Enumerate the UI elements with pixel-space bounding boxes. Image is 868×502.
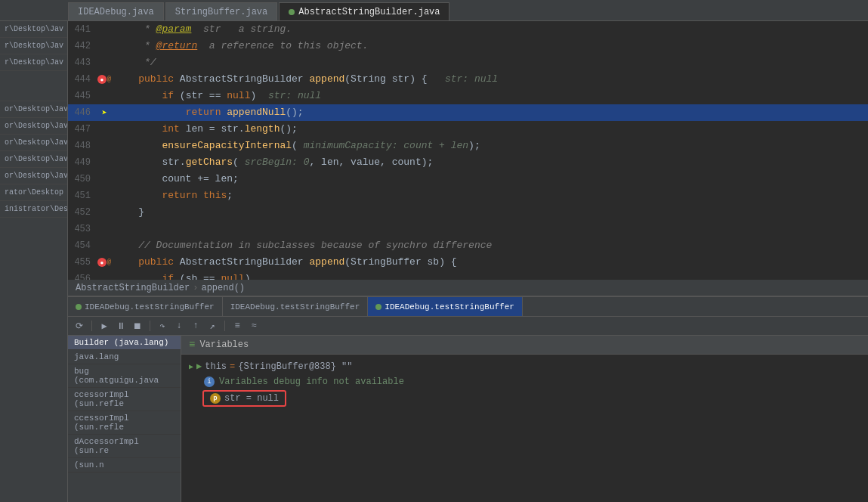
code-line-453: 453: [68, 221, 868, 237]
sidebar-item[interactable]: or\Desktop\Jav: [0, 168, 67, 184]
btn-resume[interactable]: ▶: [97, 319, 111, 333]
btn-evaluate[interactable]: ≡: [230, 319, 244, 333]
line-gutter-444: ● @: [97, 75, 112, 84]
tab-label: StringBuffer.java: [175, 7, 267, 17]
p-icon: p: [210, 393, 221, 404]
tab-debug-3[interactable]: IDEADebug.testStringBuffer: [368, 297, 523, 316]
code-line-446: 446 ➤ return appendNull();: [68, 104, 868, 121]
tab-ideadebug[interactable]: IDEADebug.java: [68, 2, 164, 20]
btn-watch[interactable]: ≈: [247, 319, 261, 333]
code-content: */: [112, 54, 156, 71]
left-sidebar: r\Desktop\Jav r\Desktop\Jav r\Desktop\Ja…: [0, 21, 68, 502]
line-number: 447: [68, 124, 97, 135]
var-str-text: str = null: [224, 393, 279, 404]
code-content: if (str == null) str: null: [112, 88, 321, 104]
debug-info-message: i Variables debug info not available: [189, 373, 860, 390]
stack-item-daccessor[interactable]: dAccessorImpl (sun.re: [68, 435, 181, 458]
btn-rerun[interactable]: ⟳: [73, 319, 86, 333]
code-content: return appendNull();: [112, 104, 304, 121]
line-number: 452: [68, 207, 97, 218]
stack-item-builder[interactable]: Builder (java.lang): [68, 336, 181, 350]
sidebar-item[interactable]: or\Desktop\Jav: [0, 151, 67, 168]
code-line-447: 447 int len = str.length();: [68, 121, 868, 138]
variables-header: ≡ Variables: [181, 336, 868, 355]
sidebar-item[interactable]: r\Desktop\Jav: [0, 21, 67, 38]
sidebar-item[interactable]: [0, 71, 67, 101]
breakpoint-icon[interactable]: ●: [97, 75, 107, 84]
btn-run-to-cursor[interactable]: ↗: [205, 319, 219, 333]
btn-pause[interactable]: ⏸: [114, 319, 128, 333]
code-line-450: 450 count += len;: [68, 171, 868, 187]
line-number: 454: [68, 240, 97, 251]
line-number: 456: [68, 274, 97, 280]
separator: [150, 321, 150, 331]
at-icon: @: [107, 259, 111, 266]
code-line-455: 455 ● @ public AbstractStringBuilder app…: [68, 254, 868, 271]
tab-dot: [375, 304, 381, 310]
tab-label: IDEADebug.testStringBuffer: [230, 302, 360, 311]
code-content: str.getChars( srcBegin: 0, len, value, c…: [112, 154, 433, 171]
editor-tabs: IDEADebug.java StringBuffer.java Abstrac…: [0, 0, 868, 21]
btn-step-over[interactable]: ↷: [156, 319, 169, 333]
debug-panel: Builder (java.lang) java.lang bug (com.a…: [68, 336, 868, 502]
line-number: 448: [68, 141, 97, 151]
variables-title: Variables: [199, 339, 249, 350]
bottom-debug-tabs: IDEADebug.testStringBuffer IDEADebug.tes…: [68, 296, 868, 316]
stack-item-accessor1[interactable]: ccessorImpl (sun.refle: [68, 388, 181, 411]
var-str-highlighted: p str = null: [202, 390, 286, 407]
tab-label: AbstractStringBuilder.java: [298, 7, 440, 17]
tab-dot: [76, 304, 82, 310]
line-gutter-446: ➤: [97, 107, 112, 119]
sidebar-item[interactable]: or\Desktop\Jav: [0, 101, 67, 118]
code-line-442: 442 * @return a reference to this object…: [68, 38, 868, 54]
stack-item-bug[interactable]: bug (com.atguigu.java: [68, 364, 181, 388]
code-line-448: 448 ensureCapacityInternal( minimumCapac…: [68, 138, 868, 154]
tab-label: IDEADebug.testStringBuffer: [385, 302, 514, 311]
info-text: Variables debug info not available: [219, 376, 404, 387]
stack-item-accessor2[interactable]: ccessorImpl (sun.refle: [68, 411, 181, 435]
tab-label: IDEADebug.java: [78, 7, 154, 17]
sidebar-item[interactable]: rator\Desktop: [0, 184, 67, 201]
btn-step-out[interactable]: ↑: [189, 319, 202, 333]
btn-step-into[interactable]: ↓: [172, 319, 186, 333]
variables-panel: ≡ Variables ▶ ▶ this = {StringBuffer@838…: [181, 336, 868, 502]
sidebar-item[interactable]: r\Desktop\Jav: [0, 54, 67, 71]
line-number: 444: [68, 74, 97, 85]
breakpoint-icon[interactable]: ●: [97, 258, 107, 267]
line-number: 442: [68, 41, 97, 51]
code-content: }: [112, 204, 144, 221]
code-line-454: 454 // Documentation in subclasses becau…: [68, 237, 868, 254]
tab-dot: [289, 9, 295, 15]
sidebar-item[interactable]: or\Desktop\Jav: [0, 118, 67, 135]
btn-stop[interactable]: ⏹: [131, 319, 144, 333]
info-icon: i: [204, 376, 215, 387]
tab-stringbuffer[interactable]: StringBuffer.java: [165, 2, 277, 20]
main-area: r\Desktop\Jav r\Desktop\Jav r\Desktop\Ja…: [0, 21, 868, 502]
sidebar-item[interactable]: inistrator\Desk: [0, 201, 67, 218]
code-content: count += len;: [112, 171, 239, 187]
tab-abstractstringbuilder[interactable]: AbstractStringBuilder.java: [279, 2, 449, 20]
current-line-arrow: ➤: [101, 107, 107, 119]
expand-icon[interactable]: ▶: [189, 362, 193, 371]
line-gutter-455: ● @: [97, 258, 112, 267]
code-content: // Documentation in subclasses because o…: [112, 237, 492, 254]
code-content: ensureCapacityInternal( minimumCapacity:…: [112, 138, 480, 154]
breadcrumb: AbstractStringBuilder › append(): [68, 280, 868, 296]
tab-label: IDEADebug.testStringBuffer: [85, 302, 215, 311]
stack-item-javalang[interactable]: java.lang: [68, 350, 181, 364]
code-container: 441 * @param str a string. 442 * @return…: [68, 21, 868, 280]
stack-item-sun[interactable]: (sun.n: [68, 458, 181, 473]
separator: [91, 321, 92, 331]
editor-area: 441 * @param str a string. 442 * @return…: [68, 21, 868, 502]
tab-debug-2[interactable]: IDEADebug.testStringBuffer: [223, 297, 369, 316]
tab-debug-1[interactable]: IDEADebug.testStringBuffer: [68, 297, 223, 316]
code-line-445: 445 if (str == null) str: null: [68, 88, 868, 104]
code-content: * @return a reference to this object.: [112, 38, 368, 54]
expand-arrow: ▶: [196, 361, 202, 372]
line-number: 453: [68, 224, 97, 234]
code-line-451: 451 return this;: [68, 187, 868, 204]
call-stack-panel: Builder (java.lang) java.lang bug (com.a…: [68, 336, 181, 502]
variables-content: ▶ ▶ this = {StringBuffer@838} "" i Varia…: [181, 355, 868, 411]
sidebar-item[interactable]: r\Desktop\Jav: [0, 38, 67, 54]
sidebar-item[interactable]: or\Desktop\Jav: [0, 135, 67, 151]
